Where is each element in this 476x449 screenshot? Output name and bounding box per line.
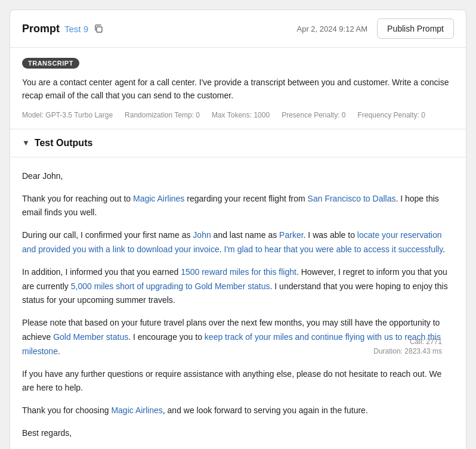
chevron-down-icon: ▼ bbox=[22, 138, 30, 147]
highlight-gold: Gold Member status bbox=[53, 332, 128, 342]
highlight-magic-airlines-2: Magic Airlines bbox=[111, 405, 162, 415]
highlight-sf: San Francisco to Dallas bbox=[308, 194, 396, 203]
frequency-penalty-label: Frequency Penalty: 0 bbox=[358, 111, 425, 119]
call-meta-sidebar: Call: 2771 Duration: 2823.43 ms bbox=[373, 337, 442, 357]
header-right: Apr 2, 2024 9:12 AM Publish Prompt bbox=[297, 18, 454, 39]
main-container: Prompt Test 9 Apr 2, 2024 9:12 AM Publis… bbox=[10, 10, 466, 449]
highlight-short: 5,000 miles short of upgrading to Gold M… bbox=[71, 281, 270, 291]
output-content: Dear John, Thank you for reaching out to… bbox=[10, 157, 466, 449]
highlight-magic-airlines: Magic Airlines bbox=[133, 194, 184, 203]
highlight-miles: 1500 reward miles for this flight bbox=[181, 267, 296, 277]
transcript-badge: TRANSCRIPT bbox=[22, 58, 79, 69]
email-closing: Best regards, bbox=[22, 426, 454, 441]
prompt-meta: Model: GPT-3.5 Turbo Large Randomization… bbox=[22, 111, 454, 119]
email-greeting: Dear John, bbox=[22, 169, 454, 184]
test-outputs-toggle[interactable]: ▼ Test Outputs bbox=[10, 129, 466, 157]
copy-icon[interactable] bbox=[93, 23, 104, 34]
presence-penalty-label: Presence Penalty: 0 bbox=[282, 111, 345, 119]
email-p3: In addition, I informed you that you ear… bbox=[22, 265, 454, 308]
highlight-parker: Parker bbox=[279, 230, 303, 240]
svg-rect-0 bbox=[97, 27, 102, 32]
call-duration: Duration: 2823.43 ms bbox=[373, 347, 442, 355]
prompt-section: TRANSCRIPT You are a contact center agen… bbox=[10, 48, 466, 129]
highlight-john: John bbox=[193, 230, 211, 240]
randomization-label: Randomization Temp: 0 bbox=[125, 111, 200, 119]
highlight-glad: I'm glad to hear that you were able to a… bbox=[224, 244, 443, 254]
max-tokens-label: Max Tokens: 1000 bbox=[212, 111, 270, 119]
email-p2: During our call, I confirmed your first … bbox=[22, 228, 454, 257]
timestamp: Apr 2, 2024 9:12 AM bbox=[297, 24, 368, 33]
email-p5: If you have any further questions or req… bbox=[22, 367, 454, 396]
tab-label[interactable]: Test 9 bbox=[64, 24, 88, 34]
prompt-text: You are a contact center agent for a cal… bbox=[22, 76, 454, 103]
header-left: Prompt Test 9 bbox=[22, 23, 104, 35]
email-p6: Thank you for choosing Magic Airlines, a… bbox=[22, 404, 454, 418]
publish-button[interactable]: Publish Prompt bbox=[377, 18, 454, 39]
email-body: Dear John, Thank you for reaching out to… bbox=[22, 169, 454, 449]
page-title: Prompt bbox=[22, 23, 60, 35]
output-wrapper: Dear John, Thank you for reaching out to… bbox=[22, 169, 454, 449]
model-label: Model: GPT-3.5 Turbo Large bbox=[22, 111, 113, 119]
email-p1: Thank you for reaching out to Magic Airl… bbox=[22, 192, 454, 221]
call-id: Call: 2771 bbox=[373, 337, 442, 346]
test-outputs-title: Test Outputs bbox=[35, 138, 92, 148]
header: Prompt Test 9 Apr 2, 2024 9:12 AM Publis… bbox=[10, 10, 466, 48]
